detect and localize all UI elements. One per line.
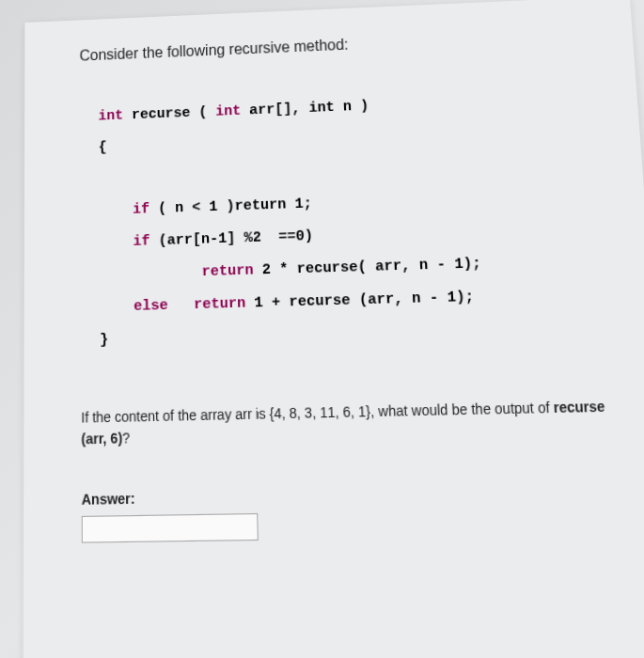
code-text: (arr[n-1] %2 ==0) — [149, 227, 313, 249]
answer-label: Answer: — [82, 482, 626, 508]
keyword-if: if — [99, 233, 149, 251]
followup-question: If the content of the array arr is {4, 8… — [81, 396, 621, 450]
keyword-return: return — [100, 262, 254, 284]
code-text: recurse ( — [123, 104, 215, 124]
answer-input[interactable] — [82, 513, 259, 543]
code-text: 1 + recurse (arr, n - 1); — [245, 289, 475, 312]
code-text: 2 * recurse( arr, n - 1); — [253, 256, 481, 279]
keyword-int: int — [215, 103, 241, 120]
keyword-else: else — [100, 297, 168, 316]
keyword-if: if — [99, 201, 149, 219]
question-page: Consider the following recursive method:… — [24, 0, 644, 658]
followup-text: If the content of the array arr is {4, 8… — [81, 400, 554, 426]
followup-text-end: ? — [122, 430, 130, 446]
answer-section: Answer: — [82, 482, 629, 543]
code-block: int recurse ( int arr[], int n ) { if ( … — [80, 82, 615, 358]
code-text: ( n < 1 )return 1; — [149, 196, 312, 217]
question-intro: Consider the following recursive method: — [80, 26, 594, 65]
keyword-int: int — [98, 107, 123, 124]
code-text: arr[], int n ) — [241, 98, 369, 118]
keyword-return: return — [168, 295, 246, 314]
